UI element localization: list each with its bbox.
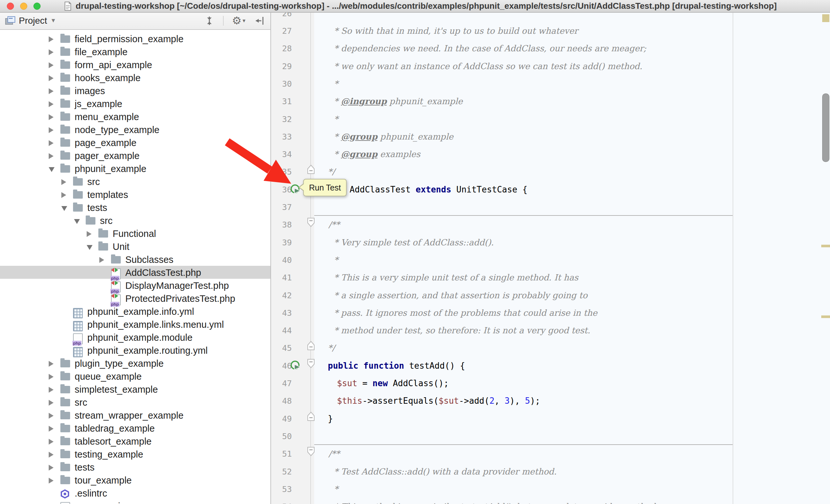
tree-item--eslintrc[interactable]: .eslintrc (0, 486, 270, 500)
tree-item-phpunit-example-module[interactable]: phpphpunit_example.module (0, 331, 270, 344)
tree-item-tests[interactable]: tests (0, 201, 270, 214)
fold-marker-up-line-35[interactable] (307, 165, 315, 175)
tree-item-src[interactable]: src (0, 175, 270, 188)
minimize-window-button[interactable] (20, 3, 27, 10)
fold-marker-up-line-49[interactable] (307, 411, 315, 423)
tree-item-addclasstest-php[interactable]: phpAddClassTest.php (0, 266, 270, 279)
tree-item-queue-example[interactable]: queue_example (0, 370, 270, 382)
chevron-collapsed-icon[interactable] (49, 400, 54, 406)
tree-item-src[interactable]: src (0, 396, 270, 409)
code-line-53: * (334, 480, 338, 498)
tree-item-templates[interactable]: templates (0, 188, 270, 201)
chevron-collapsed-icon[interactable] (49, 387, 54, 393)
chevron-collapsed-icon[interactable] (87, 231, 92, 237)
eslint-file-icon (60, 490, 69, 499)
php-test-file-icon: php (111, 294, 121, 305)
zoom-window-button[interactable] (33, 3, 40, 10)
folder-icon (60, 451, 70, 458)
tree-item-phpunit-example-info-yml[interactable]: phpunit_example.info.yml (0, 305, 270, 318)
chevron-collapsed-icon[interactable] (99, 257, 104, 263)
tree-item-phpunit-example[interactable]: phpunit_example (0, 162, 270, 175)
code-line-40: * (334, 251, 338, 269)
tree-item-hooks-example[interactable]: hooks_example (0, 71, 270, 84)
chevron-collapsed-icon[interactable] (49, 75, 54, 81)
chevron-collapsed-icon[interactable] (61, 192, 66, 198)
tree-item-form-api-example[interactable]: form_api_example (0, 58, 270, 71)
chevron-expanded-icon[interactable] (74, 219, 80, 224)
close-window-button[interactable] (7, 3, 14, 10)
chevron-collapsed-icon[interactable] (61, 179, 66, 185)
chevron-collapsed-icon[interactable] (49, 153, 54, 159)
line-number-48: 48 (270, 392, 292, 410)
chevron-collapsed-icon[interactable] (49, 127, 54, 133)
tree-item-tour-example[interactable]: tour_example (0, 473, 270, 486)
chevron-collapsed-icon[interactable] (49, 36, 54, 42)
settings-gear-icon[interactable]: ⚙▼ (232, 16, 246, 26)
tree-item-label: tests (87, 201, 107, 214)
tree-item-pager-example[interactable]: pager_example (0, 149, 270, 162)
tree-item-functional[interactable]: Functional (0, 227, 270, 240)
chevron-expanded-icon[interactable] (87, 245, 93, 250)
chevron-collapsed-icon[interactable] (49, 374, 54, 380)
tree-item-menu-example[interactable]: menu_example (0, 110, 270, 123)
tree-item-phpunit-example-links-menu-yml[interactable]: phpunit_example.links.menu.yml (0, 318, 270, 331)
tree-item-plugin-type-example[interactable]: plugin_type_example (0, 357, 270, 370)
tree-item-label: pager_example (75, 149, 139, 162)
tree-item-label: page_example (75, 136, 136, 149)
tree-item-js-example[interactable]: js_example (0, 97, 270, 110)
chevron-collapsed-icon[interactable] (49, 413, 54, 418)
chevron-collapsed-icon[interactable] (49, 140, 54, 146)
tree-item-page-example[interactable]: page_example (0, 136, 270, 149)
chevron-collapsed-icon[interactable] (49, 426, 54, 432)
tree-item-displaymanagertest-php[interactable]: phpDisplayManagerTest.php (0, 279, 270, 292)
error-stripe-mark[interactable] (821, 315, 830, 318)
editor-scrollbar-thumb[interactable] (822, 94, 829, 162)
tree-item-testing-example[interactable]: testing_example (0, 447, 270, 461)
tree-item-protectedprivatestest-php[interactable]: phpProtectedPrivatesTest.php (0, 292, 270, 305)
chevron-expanded-icon[interactable] (61, 206, 67, 211)
tree-item-node-type-example[interactable]: node_type_example (0, 123, 270, 136)
chevron-collapsed-icon[interactable] (49, 452, 54, 458)
chevron-collapsed-icon[interactable] (49, 361, 54, 367)
error-stripe-mark[interactable] (821, 245, 830, 247)
tree-item-tests[interactable]: tests (0, 461, 270, 473)
tree-item-phpunit-example-routing-yml[interactable]: phpunit_example.routing.yml (0, 344, 270, 357)
method-separator (314, 215, 733, 216)
chevron-collapsed-icon[interactable] (49, 478, 54, 483)
tree-item-tabledrag-example[interactable]: tabledrag_example (0, 422, 270, 435)
chevron-collapsed-icon[interactable] (49, 465, 54, 471)
project-panel-title[interactable]: Project (19, 15, 47, 26)
tree-item-label: tablesort_example (75, 435, 152, 447)
tree-item-images[interactable]: images (0, 84, 270, 97)
fold-marker-up-line-45[interactable] (307, 341, 315, 352)
tree-item-unit[interactable]: Unit (0, 240, 270, 253)
tree-item-simpletest-example[interactable]: simpletest_example (0, 382, 270, 396)
chevron-collapsed-icon[interactable] (49, 88, 54, 94)
hide-panel-icon[interactable] (255, 15, 264, 26)
tree-item-src[interactable]: src (0, 214, 270, 227)
tree-item-composer-json[interactable]: {}composer.json (0, 500, 270, 504)
tree-item-stream-wrapper-example[interactable]: stream_wrapper_example (0, 409, 270, 422)
fold-marker-down-line-38[interactable] (307, 217, 315, 229)
chevron-down-icon[interactable]: ▼ (50, 17, 56, 24)
tree-item-label: phpunit_example.module (87, 331, 192, 344)
folder-icon (60, 61, 70, 69)
tree-item-label: tabledrag_example (75, 422, 155, 435)
fold-marker-down-line-46[interactable] (307, 359, 315, 370)
chevron-expanded-icon[interactable] (49, 167, 55, 172)
tree-item-tablesort-example[interactable]: tablesort_example (0, 435, 270, 447)
code-line-44: * method under test, so therefore: It is… (334, 322, 590, 339)
chevron-collapsed-icon[interactable] (49, 49, 54, 55)
collapse-panels-icon[interactable] (204, 15, 215, 26)
tree-item-field-permission-example[interactable]: field_permission_example (0, 32, 270, 45)
chevron-collapsed-icon[interactable] (49, 101, 54, 107)
fold-marker-down-line-51[interactable] (307, 446, 315, 458)
chevron-collapsed-icon[interactable] (49, 114, 54, 120)
tree-item-file-example[interactable]: file_example (0, 45, 270, 58)
chevron-collapsed-icon[interactable] (49, 62, 54, 68)
run-test-gutter-icon-line-46[interactable] (290, 359, 303, 373)
titlebar[interactable]: drupal-testing-workshop [~/Code/os/drupa… (0, 0, 830, 13)
code-line-38: /** (328, 216, 340, 234)
tree-item-subclasses[interactable]: Subclasses (0, 253, 270, 266)
chevron-collapsed-icon[interactable] (49, 439, 54, 445)
